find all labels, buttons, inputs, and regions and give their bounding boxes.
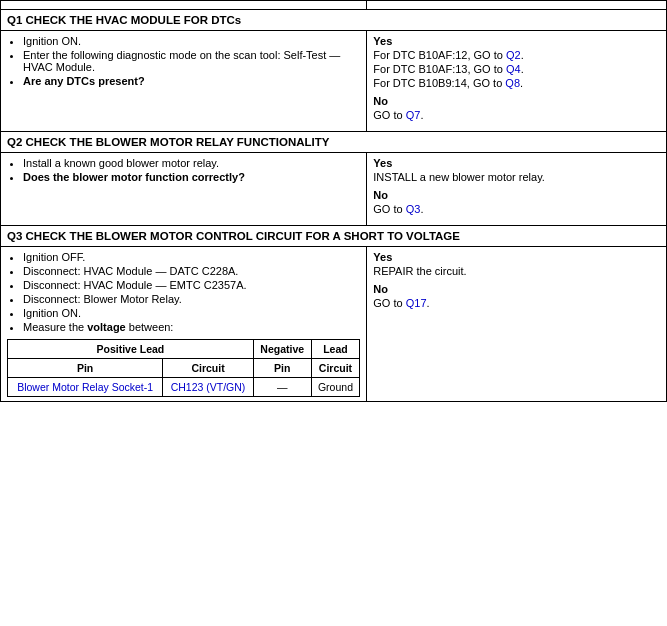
link-q3[interactable]: Q3: [406, 203, 421, 215]
no-label: No: [373, 189, 388, 201]
section-title-q3: Q3 CHECK THE BLOWER MOTOR CONTROL CIRCUI…: [1, 226, 667, 247]
positive-lead-header: Positive Lead: [8, 340, 254, 359]
col-header-step: [1, 1, 367, 10]
link-q8[interactable]: Q8: [505, 77, 520, 89]
lead-header: Lead: [311, 340, 360, 359]
no-label: No: [373, 95, 388, 107]
step-item: Enter the following diagnostic mode on t…: [23, 49, 360, 73]
table-row: Blower Motor Relay Socket-1CH123 (VT/GN)…: [8, 378, 360, 397]
col-header-2: Pin: [253, 359, 311, 378]
negative-header: Negative: [253, 340, 311, 359]
section-header-q2: Q2 CHECK THE BLOWER MOTOR RELAY FUNCTION…: [1, 132, 667, 153]
link-q17[interactable]: Q17: [406, 297, 427, 309]
circuit-neg: Ground: [311, 378, 360, 397]
col-header-3: Circuit: [311, 359, 360, 378]
section-header-q3: Q3 CHECK THE BLOWER MOTOR CONTROL CIRCUI…: [1, 226, 667, 247]
no-label: No: [373, 283, 388, 295]
section-header-q1: Q1 CHECK THE HVAC MODULE FOR DTCs: [1, 10, 667, 31]
section-content-q1: Ignition ON.Enter the following diagnost…: [1, 31, 667, 132]
section-steps-q3: Ignition OFF.Disconnect: HVAC Module — D…: [1, 247, 367, 402]
measurement-table: Positive LeadNegativeLeadPinCircuitPinCi…: [7, 339, 360, 397]
circuit-pos: CH123 (VT/GN): [163, 378, 254, 397]
col-header-1: Circuit: [163, 359, 254, 378]
yes-block: YesINSTALL a new blower motor relay.: [373, 157, 660, 183]
step-item: Disconnect: HVAC Module — DATC C228A.: [23, 265, 360, 277]
yes-label: Yes: [373, 157, 392, 169]
no-block: NoGO to Q3.: [373, 189, 660, 215]
yes-item: For DTC B10AF:12, GO to Q2.: [373, 49, 660, 61]
col-header-0: Pin: [8, 359, 163, 378]
section-content-q3: Ignition OFF.Disconnect: HVAC Module — D…: [1, 247, 667, 402]
yes-item: For DTC B10AF:13, GO to Q4.: [373, 63, 660, 75]
step-item: Are any DTCs present?: [23, 75, 360, 87]
link-q7[interactable]: Q7: [406, 109, 421, 121]
section-steps-q2: Install a known good blower motor relay.…: [1, 153, 367, 226]
section-result-q3: YesREPAIR the circuit.NoGO to Q17.: [367, 247, 667, 402]
section-title-q1: Q1 CHECK THE HVAC MODULE FOR DTCs: [1, 10, 667, 31]
step-item: Ignition OFF.: [23, 251, 360, 263]
link-q2[interactable]: Q2: [506, 49, 521, 61]
step-item: Ignition ON.: [23, 35, 360, 47]
diagnostic-table: Q1 CHECK THE HVAC MODULE FOR DTCsIgnitio…: [0, 0, 667, 402]
no-item: GO to Q3.: [373, 203, 660, 215]
yes-block: YesREPAIR the circuit.: [373, 251, 660, 277]
section-content-q2: Install a known good blower motor relay.…: [1, 153, 667, 226]
no-block: NoGO to Q7.: [373, 95, 660, 121]
section-result-q1: YesFor DTC B10AF:12, GO to Q2.For DTC B1…: [367, 31, 667, 132]
no-item: GO to Q7.: [373, 109, 660, 121]
step-item: Ignition ON.: [23, 307, 360, 319]
yes-label: Yes: [373, 251, 392, 263]
yes-item: REPAIR the circuit.: [373, 265, 660, 277]
step-item: Disconnect: Blower Motor Relay.: [23, 293, 360, 305]
step-item: Measure the voltage between:: [23, 321, 360, 333]
no-block: NoGO to Q17.: [373, 283, 660, 309]
step-item: Does the blower motor function correctly…: [23, 171, 360, 183]
pin-neg: —: [253, 378, 311, 397]
yes-item: For DTC B10B9:14, GO to Q8.: [373, 77, 660, 89]
no-item: GO to Q17.: [373, 297, 660, 309]
section-result-q2: YesINSTALL a new blower motor relay.NoGO…: [367, 153, 667, 226]
section-steps-q1: Ignition ON.Enter the following diagnost…: [1, 31, 367, 132]
pin-pos: Blower Motor Relay Socket-1: [8, 378, 163, 397]
yes-label: Yes: [373, 35, 392, 47]
yes-item: INSTALL a new blower motor relay.: [373, 171, 660, 183]
section-title-q2: Q2 CHECK THE BLOWER MOTOR RELAY FUNCTION…: [1, 132, 667, 153]
step-item: Disconnect: HVAC Module — EMTC C2357A.: [23, 279, 360, 291]
step-item: Install a known good blower motor relay.: [23, 157, 360, 169]
yes-block: YesFor DTC B10AF:12, GO to Q2.For DTC B1…: [373, 35, 660, 89]
link-q4[interactable]: Q4: [506, 63, 521, 75]
col-header-result: [367, 1, 667, 10]
